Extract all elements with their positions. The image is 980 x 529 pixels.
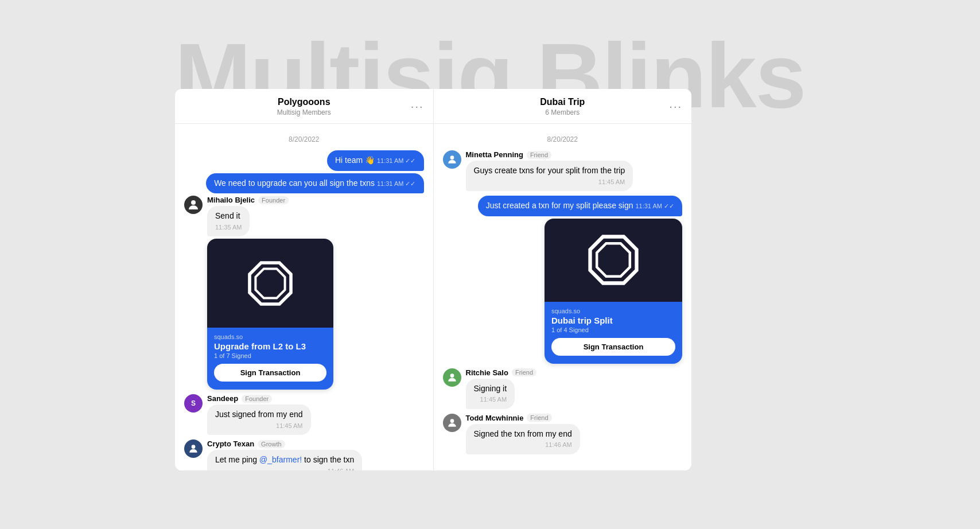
- message-row: Ritchie Salo Friend Signing it 11:45 AM: [443, 368, 683, 409]
- right-date-divider: 8/20/2022: [443, 135, 683, 143]
- message-bubble: Signing it 11:45 AM: [466, 379, 515, 409]
- message-bubble: Just signed from my end 11:45 AM: [207, 404, 311, 435]
- message-text: Guys create txns for your split from the…: [474, 166, 625, 175]
- message-text: Signing it: [474, 384, 507, 393]
- message-text: We need to upgrade can you all sign the …: [214, 178, 375, 188]
- blink-card: squads.so Dubai trip Split 1 of 4 Signed…: [545, 219, 682, 364]
- svg-point-4: [192, 445, 196, 449]
- message-text: Just signed from my end: [215, 410, 303, 419]
- message-time: 11:31 AM ✓✓: [377, 180, 416, 187]
- sender-info: Minetta Penning Friend: [466, 150, 650, 159]
- sender-info: Ritchie Salo Friend: [466, 368, 650, 377]
- left-chat-panel: Polygooons Multisig Members ··· 8/20/202…: [175, 89, 434, 470]
- left-panel-header: Polygooons Multisig Members ···: [175, 89, 433, 124]
- sender-name: Sandeep: [207, 394, 238, 403]
- message-row: Hi team 👋 11:31 AM ✓✓: [184, 150, 424, 171]
- mention-link[interactable]: @_bfarmer!: [259, 455, 302, 464]
- message-text: Send it: [215, 211, 240, 220]
- message-text-suffix: to sign the txn: [302, 455, 354, 464]
- message-time: 11:31 AM ✓✓: [635, 203, 674, 209]
- avatar: [443, 368, 461, 387]
- message-text: Signed the txn from my end: [474, 429, 572, 438]
- message-text-prefix: Let me ping: [215, 455, 259, 464]
- chat-panels-container: Polygooons Multisig Members ··· 8/20/202…: [175, 89, 691, 470]
- blink-meta: 1 of 4 Signed: [551, 326, 675, 333]
- message-time: 11:35 AM: [215, 223, 242, 232]
- blink-card: squads.so Upgrade from L2 to L3 1 of 7 S…: [207, 239, 333, 390]
- sign-transaction-button[interactable]: Sign Transaction: [214, 364, 326, 382]
- sender-name: Crypto Texan: [207, 439, 254, 448]
- message-row: Crypto Texan Growth Let me ping @_bfarme…: [184, 439, 424, 470]
- message-time: 11:45 AM: [474, 178, 625, 186]
- svg-rect-3: [262, 275, 279, 291]
- left-panel-title: Polygooons: [184, 97, 424, 107]
- right-panel-title: Dubai Trip: [443, 97, 683, 107]
- message-bubble: We need to upgrade can you all sign the …: [206, 173, 423, 194]
- sender-name: Todd Mcwhinnie: [466, 414, 524, 422]
- right-chat-panel: Dubai Trip 6 Members ··· 8/20/2022 Minet…: [434, 89, 692, 470]
- sender-role: Friend: [527, 151, 551, 159]
- left-chat-body: 8/20/2022 Hi team 👋 11:31 AM ✓✓ We need …: [175, 124, 433, 470]
- message-time: 11:45 AM: [474, 395, 507, 404]
- left-panel-menu-button[interactable]: ···: [411, 100, 424, 113]
- avatar: [443, 150, 461, 169]
- right-panel-subtitle: 6 Members: [443, 108, 683, 116]
- right-panel-header: Dubai Trip 6 Members ···: [434, 89, 692, 124]
- sender-role: Founder: [242, 395, 272, 403]
- message-content: Mihailo Bjelic Founder Send it 11:35 AM: [207, 196, 391, 390]
- sender-name: Mihailo Bjelic: [207, 196, 255, 204]
- message-row: Mihailo Bjelic Founder Send it 11:35 AM: [184, 196, 424, 390]
- message-text: Just created a txn for my split please s…: [486, 201, 633, 210]
- message-text: Hi team 👋: [335, 155, 375, 165]
- message-time: 11:46 AM: [474, 441, 572, 449]
- message-time: 11:45 AM: [215, 422, 303, 430]
- message-bubble: Just created a txn for my split please s…: [478, 196, 682, 216]
- message-time: 11:46 AM: [215, 467, 354, 470]
- sender-info: Todd Mcwhinnie Friend: [466, 414, 650, 422]
- sender-role: Friend: [527, 414, 551, 422]
- left-panel-subtitle: Multisig Members: [184, 108, 424, 116]
- svg-rect-8: [604, 251, 623, 269]
- message-bubble: Hi team 👋 11:31 AM ✓✓: [327, 150, 424, 171]
- blink-source: squads.so: [214, 333, 326, 340]
- blink-info: squads.so Dubai trip Split 1 of 4 Signed…: [545, 302, 682, 364]
- left-date-divider: 8/20/2022: [184, 135, 424, 143]
- sender-role: Friend: [512, 368, 536, 376]
- message-bubble: Signed the txn from my end 11:46 AM: [466, 424, 580, 454]
- blink-image: [545, 219, 682, 302]
- message-content: Crypto Texan Growth Let me ping @_bfarme…: [207, 439, 391, 470]
- avatar: S: [184, 394, 203, 413]
- blink-info: squads.so Upgrade from L2 to L3 1 of 7 S…: [207, 328, 333, 390]
- sender-info: Sandeep Founder: [207, 394, 391, 403]
- blink-meta: 1 of 7 Signed: [214, 352, 326, 359]
- sign-transaction-button[interactable]: Sign Transaction: [551, 338, 675, 356]
- message-row: Just created a txn for my split please s…: [443, 196, 683, 364]
- message-time: 11:31 AM ✓✓: [377, 157, 416, 164]
- message-row: Minetta Penning Friend Guys create txns …: [443, 150, 683, 191]
- avatar: [184, 196, 203, 214]
- message-row: We need to upgrade can you all sign the …: [184, 173, 424, 194]
- blink-source: squads.so: [551, 308, 675, 314]
- message-content: Minetta Penning Friend Guys create txns …: [466, 150, 650, 191]
- blink-title: Upgrade from L2 to L3: [214, 341, 326, 351]
- blink-image: [207, 239, 333, 328]
- right-chat-body: 8/20/2022 Minetta Penning Friend Guys cr…: [434, 124, 692, 470]
- squads-logo-icon: [588, 234, 639, 286]
- message-content: Sandeep Founder Just signed from my end …: [207, 394, 391, 435]
- right-panel-menu-button[interactable]: ···: [669, 100, 682, 113]
- blink-title: Dubai trip Split: [551, 316, 675, 325]
- svg-point-0: [191, 200, 196, 205]
- message-content: Todd Mcwhinnie Friend Signed the txn fro…: [466, 414, 650, 454]
- message-row: S Sandeep Founder Just signed from my en…: [184, 394, 424, 435]
- message-bubble: Send it 11:35 AM: [207, 206, 250, 236]
- squads-logo-icon: [247, 260, 293, 306]
- message-bubble: Guys create txns for your split from the…: [466, 161, 633, 191]
- sender-role: Growth: [258, 440, 285, 448]
- sender-name: Ritchie Salo: [466, 368, 508, 377]
- sender-name: Minetta Penning: [466, 150, 523, 159]
- avatar: [184, 439, 203, 458]
- message-row: Todd Mcwhinnie Friend Signed the txn fro…: [443, 414, 683, 454]
- svg-point-9: [450, 374, 454, 378]
- svg-point-5: [450, 155, 454, 160]
- avatar: [443, 414, 461, 432]
